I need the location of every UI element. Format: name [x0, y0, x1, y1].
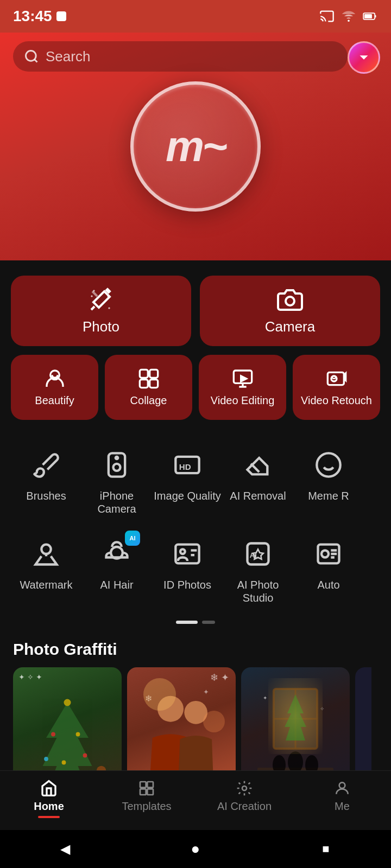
video-editing-button[interactable]: Video Editing: [199, 355, 286, 420]
id-photos-label: ID Photos: [163, 578, 211, 591]
magic-wand-icon: [88, 287, 114, 313]
ai-removal-tool[interactable]: AI Removal: [223, 442, 293, 520]
status-pill: [56, 11, 66, 21]
svg-point-26: [41, 545, 51, 554]
svg-rect-63: [147, 782, 153, 788]
scroll-dots: [0, 614, 391, 635]
svg-point-36: [321, 551, 329, 558]
image-quality-label: Image Quality: [154, 489, 220, 502]
nav-ai-creation[interactable]: AI Creation: [195, 780, 293, 813]
id-photos-icon: [173, 540, 201, 568]
search-icon: [24, 49, 39, 64]
image-quality-tool[interactable]: HD Image Quality: [152, 442, 223, 520]
brushes-label: Brushes: [26, 489, 66, 502]
video-editing-icon: [232, 368, 254, 390]
svg-rect-65: [147, 789, 153, 795]
svg-rect-16: [327, 372, 344, 385]
secondary-buttons-row: Beautify Collage Video Editing: [0, 355, 391, 431]
svg-rect-12: [140, 380, 148, 388]
home-system-icon: ●: [191, 840, 200, 858]
svg-point-66: [242, 786, 247, 790]
iphone-camera-tool[interactable]: iPhone Camera: [81, 442, 152, 520]
bottom-nav: Home Templates AI Creation Me: [0, 770, 391, 830]
svg-marker-15: [241, 376, 246, 381]
status-icons: [319, 9, 378, 24]
dot-2: [202, 621, 215, 624]
wifi-icon: [341, 9, 356, 24]
status-bar: 13:45: [0, 0, 391, 33]
auto-icon: [314, 540, 343, 568]
camera-label: Camera: [265, 318, 315, 335]
ai-photo-studio-tool[interactable]: AI AI Photo Studio: [223, 531, 293, 609]
svg-point-5: [26, 51, 36, 61]
beautify-button[interactable]: Beautify: [11, 355, 98, 420]
eraser-icon: [244, 451, 272, 479]
watermark-tool[interactable]: Watermark: [11, 531, 81, 609]
ai-photo-studio-icon: AI: [244, 540, 272, 568]
primary-buttons-row: Photo Camera: [0, 260, 391, 355]
ai-photo-studio-label: AI Photo Studio: [223, 578, 293, 604]
battery-icon: [363, 9, 378, 24]
home-icon: [40, 780, 58, 797]
svg-point-1: [348, 20, 350, 22]
svg-point-39: [51, 732, 55, 737]
svg-line-6: [34, 59, 37, 62]
home-label: Home: [34, 800, 64, 813]
video-retouch-button[interactable]: Video Retouch: [293, 355, 380, 420]
tool-row-2: Watermark AI AI Hair: [0, 525, 391, 614]
svg-rect-11: [149, 369, 157, 378]
status-time: 13:45: [13, 8, 66, 25]
svg-point-19: [113, 464, 121, 471]
svg-point-41: [44, 757, 48, 761]
templates-label: Templates: [122, 800, 171, 813]
collage-label: Collage: [130, 394, 167, 407]
camera-button[interactable]: Camera: [200, 276, 380, 346]
brushes-tool[interactable]: Brushes: [11, 442, 81, 520]
ai-creation-label: AI Creation: [217, 800, 272, 813]
photo-graffiti-title: Photo Graffiti: [0, 635, 391, 667]
back-icon: ◀: [60, 841, 70, 857]
collage-icon: [138, 368, 160, 390]
watermark-icon: [32, 540, 60, 568]
nav-home[interactable]: Home: [0, 780, 98, 818]
auto-tool[interactable]: Auto: [293, 531, 364, 609]
photo-button[interactable]: Photo: [11, 276, 191, 346]
home-system-button[interactable]: ●: [182, 835, 209, 863]
system-nav: ◀ ● ■: [0, 830, 391, 868]
logo-text: m~: [166, 122, 225, 171]
svg-point-43: [62, 761, 66, 765]
chevron-down-icon: [356, 49, 372, 66]
camera-icon: [277, 287, 303, 313]
ai-badge: AI: [125, 531, 140, 546]
collage-button[interactable]: Collage: [105, 355, 192, 420]
brush-icon: [32, 451, 60, 479]
back-button[interactable]: ◀: [52, 835, 79, 863]
svg-text:✦: ✦: [263, 695, 267, 701]
hero-section: Search m~: [0, 33, 391, 260]
dot-1: [176, 621, 198, 624]
recent-icon: ■: [322, 842, 329, 856]
meme-label: Meme R: [308, 489, 349, 502]
svg-line-7: [91, 307, 94, 310]
svg-rect-64: [140, 789, 146, 795]
templates-icon: [138, 780, 155, 797]
svg-rect-10: [140, 369, 148, 378]
svg-point-23: [317, 453, 340, 476]
video-editing-label: Video Editing: [211, 394, 275, 407]
svg-rect-62: [140, 782, 146, 788]
nav-templates[interactable]: Templates: [98, 780, 195, 813]
meme-icon: [314, 451, 343, 479]
id-photos-tool[interactable]: ID Photos: [152, 531, 223, 609]
recent-button[interactable]: ■: [312, 835, 339, 863]
cast-icon: [319, 9, 335, 24]
ai-hair-tool[interactable]: AI AI Hair: [81, 531, 152, 609]
hd-icon: HD: [173, 451, 201, 479]
iphone-camera-icon: [103, 451, 131, 479]
meme-tool[interactable]: Meme R: [293, 442, 364, 520]
profile-button[interactable]: [348, 41, 380, 74]
svg-point-58: [288, 751, 303, 773]
video-retouch-icon: [326, 368, 348, 390]
search-bar[interactable]: Search: [13, 41, 348, 72]
app-logo: m~: [130, 81, 261, 212]
nav-me[interactable]: Me: [293, 780, 391, 813]
